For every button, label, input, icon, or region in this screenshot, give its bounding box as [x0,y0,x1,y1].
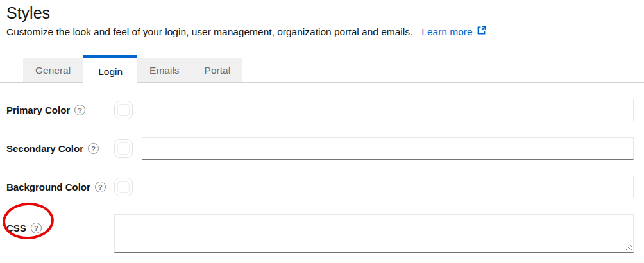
primary-color-swatch[interactable] [114,101,133,119]
secondary-color-label-group: Secondary Color ? [6,143,114,154]
primary-color-label: Primary Color [6,105,70,115]
page-description: Customize the look and feel of your logi… [6,26,412,38]
css-row: CSS ? [6,214,634,253]
tab-login[interactable]: Login [83,55,137,85]
secondary-color-label: Secondary Color [6,143,83,154]
background-color-label: Background Color [6,182,90,192]
page-header: Styles Customize the look and feel of yo… [0,0,644,38]
tab-portal[interactable]: Portal [192,58,244,82]
learn-more-label: Learn more [421,26,472,38]
help-icon[interactable]: ? [88,143,99,154]
secondary-color-row: Secondary Color ? [6,137,634,160]
tab-portal-label: Portal [205,65,231,76]
background-color-row: Background Color ? [6,176,634,198]
learn-more-link[interactable]: Learn more [421,26,486,38]
background-color-input[interactable] [142,176,634,198]
primary-color-row: Primary Color ? [6,99,634,121]
tab-emails-label: Emails [149,65,180,76]
css-textarea[interactable] [114,214,634,253]
help-icon[interactable]: ? [74,105,85,115]
help-icon[interactable]: ? [95,182,106,192]
secondary-color-input[interactable] [142,137,634,160]
background-color-swatch-fill [117,181,130,193]
css-textarea-wrapper [114,214,634,253]
help-icon[interactable]: ? [31,223,42,233]
css-label: CSS [6,223,26,233]
page-title: Styles [6,3,638,22]
background-color-label-group: Background Color ? [6,182,114,192]
primary-color-input[interactable] [142,99,634,121]
tab-general-label: General [35,65,71,76]
page-description-row: Customize the look and feel of your logi… [6,26,638,38]
background-color-swatch[interactable] [114,178,133,196]
css-label-group: CSS ? [6,223,114,233]
styles-form: Primary Color ? Secondary Color ? Backgr… [0,99,644,253]
tab-login-label: Login [98,66,123,78]
tab-emails[interactable]: Emails [137,58,192,82]
secondary-color-swatch-fill [117,142,130,155]
secondary-color-swatch[interactable] [114,139,133,158]
external-link-icon [477,26,486,38]
primary-color-label-group: Primary Color ? [6,105,114,115]
tab-general[interactable]: General [23,58,83,82]
tab-bar: General Login Emails Portal [0,56,644,83]
primary-color-swatch-fill [117,104,130,116]
